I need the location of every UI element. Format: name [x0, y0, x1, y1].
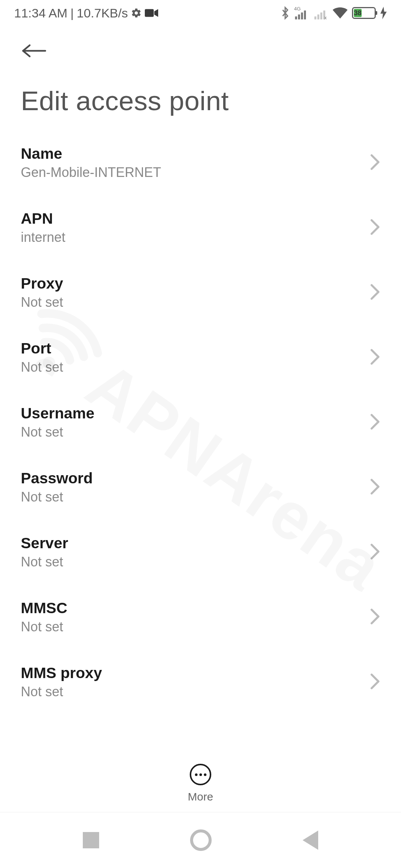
setting-value: Not set — [21, 295, 63, 310]
setting-label: Port — [21, 340, 63, 357]
svg-text:x: x — [324, 15, 327, 20]
svg-rect-9 — [320, 13, 322, 20]
battery-level: 38 — [354, 9, 362, 17]
chevron-right-icon — [370, 154, 380, 172]
svg-rect-5 — [301, 13, 303, 20]
android-nav-bar — [0, 812, 401, 868]
chevron-right-icon — [370, 219, 380, 237]
svg-rect-4 — [298, 14, 300, 19]
setting-value: Not set — [21, 424, 94, 440]
bluetooth-icon — [281, 6, 290, 20]
setting-value: Not set — [21, 619, 67, 635]
settings-list: NameGen-Mobile-INTERNETAPNinternetProxyN… — [0, 130, 401, 714]
setting-apn[interactable]: APNinternet — [0, 195, 401, 260]
more-icon — [190, 764, 211, 785]
setting-label: Proxy — [21, 275, 63, 292]
setting-port[interactable]: PortNot set — [0, 325, 401, 390]
setting-label: Name — [21, 145, 161, 162]
status-bar: 11:34 AM | 10.7KB/s 4G x 38 — [0, 0, 401, 26]
setting-value: Not set — [21, 684, 102, 700]
setting-server[interactable]: ServerNot set — [0, 520, 401, 585]
setting-value: Not set — [21, 489, 93, 505]
camera-icon — [145, 8, 158, 18]
setting-value: Gen-Mobile-INTERNET — [21, 165, 161, 180]
setting-label: MMS proxy — [21, 664, 102, 682]
svg-rect-7 — [314, 16, 316, 19]
svg-rect-1 — [145, 9, 154, 17]
status-speed: 10.7KB/s — [77, 6, 128, 20]
signal-no-sim-icon: x — [313, 6, 328, 20]
nav-recent-button[interactable] — [83, 832, 99, 848]
back-button[interactable] — [21, 37, 48, 65]
svg-rect-8 — [317, 14, 319, 19]
setting-password[interactable]: PasswordNot set — [0, 455, 401, 520]
chevron-right-icon — [370, 543, 380, 561]
setting-label: Server — [21, 535, 68, 552]
setting-mmsc[interactable]: MMSCNot set — [0, 585, 401, 650]
nav-back-button[interactable] — [303, 831, 318, 850]
chevron-right-icon — [370, 284, 380, 302]
wifi-icon — [333, 7, 348, 19]
nav-home-button[interactable] — [190, 829, 212, 851]
setting-value: Not set — [21, 554, 68, 570]
page-title: Edit access point — [0, 65, 401, 130]
setting-label: Username — [21, 405, 94, 422]
setting-label: MMSC — [21, 599, 67, 617]
header — [0, 26, 401, 65]
more-label: More — [188, 790, 213, 803]
setting-username[interactable]: UsernameNot set — [0, 390, 401, 455]
status-time: 11:34 AM — [14, 6, 68, 20]
charging-icon — [380, 7, 387, 19]
more-button[interactable]: More — [0, 750, 401, 812]
chevron-right-icon — [370, 414, 380, 431]
setting-value: Not set — [21, 359, 63, 375]
svg-text:4G: 4G — [294, 6, 301, 11]
battery-icon: 38 — [352, 7, 376, 19]
gear-icon — [131, 7, 142, 19]
chevron-right-icon — [370, 673, 380, 691]
setting-name[interactable]: NameGen-Mobile-INTERNET — [0, 130, 401, 195]
setting-label: APN — [21, 210, 65, 227]
signal-4g-icon: 4G — [294, 6, 309, 20]
svg-rect-6 — [304, 10, 306, 19]
setting-label: Password — [21, 470, 93, 487]
setting-mms_proxy[interactable]: MMS proxyNot set — [0, 650, 401, 714]
chevron-right-icon — [370, 479, 380, 496]
chevron-right-icon — [370, 349, 380, 366]
svg-rect-3 — [295, 16, 297, 19]
setting-proxy[interactable]: ProxyNot set — [0, 260, 401, 325]
setting-value: internet — [21, 230, 65, 245]
chevron-right-icon — [370, 608, 380, 626]
